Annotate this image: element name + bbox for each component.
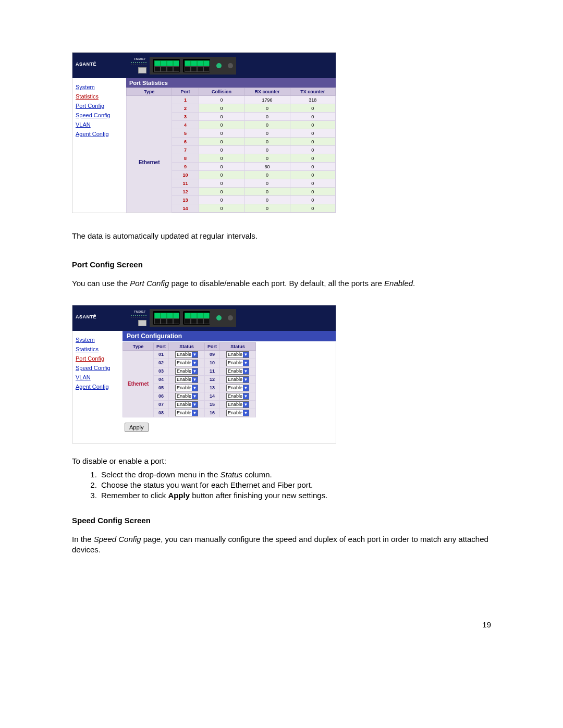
col-status: Status [169,342,205,350]
sidebar-item-vlan[interactable]: VLAN [76,373,123,382]
status-select[interactable]: Enable▼ [226,393,249,400]
brand-logo-text: ASANTÉ [76,61,96,67]
status-select[interactable]: Enable▼ [226,410,249,416]
status-cell: Enable▼ [220,409,256,417]
port-number-cell: 4 [172,121,199,129]
port-config-panel: Port Configuration Type Port Status Port… [123,331,336,443]
port-number-cell: 09 [205,350,220,359]
sidebar-item-statistics[interactable]: Statistics [76,92,126,101]
chevron-down-icon: ▼ [192,352,198,357]
switch-faceplate: ASANTÉ FM2017 [72,53,336,78]
rx-cell: 0 [244,138,290,146]
status-select[interactable]: Enable▼ [175,401,198,408]
apply-button[interactable]: Apply [125,423,149,432]
collision-cell: 0 [199,138,244,146]
port-number-cell: 13 [172,196,199,204]
chevron-down-icon: ▼ [243,368,249,374]
collision-cell: 0 [199,179,244,188]
status-cell: Enable▼ [220,375,256,384]
port-number-cell: 05 [154,384,169,392]
sidebar-item-statistics[interactable]: Statistics [76,344,123,354]
status-select[interactable]: Enable▼ [175,393,198,400]
status-select[interactable]: Enable▼ [226,351,249,358]
chevron-down-icon: ▼ [243,385,249,391]
port-statistics-screenshot: ASANTÉ FM2017 [72,52,336,213]
status-select[interactable]: Enable▼ [175,360,198,366]
collision-cell: 0 [199,163,244,171]
body-text: In the Speed Config page, you can manual… [72,534,495,556]
sidebar-item-agent-config[interactable]: Agent Config [76,129,126,139]
status-select[interactable]: Enable▼ [175,351,198,358]
sidebar-item-port-config[interactable]: Port Config [76,354,123,363]
port-number-cell: 8 [172,154,199,163]
list-item: Select the drop-down menu in the Status … [99,470,495,480]
chevron-down-icon: ▼ [192,393,198,399]
col-tx: TX counter [290,88,335,96]
status-select[interactable]: Enable▼ [226,385,249,391]
status-cell: Enable▼ [169,384,205,392]
col-port: Port [205,342,220,350]
rx-cell: 60 [244,163,290,171]
port-number-cell: 06 [154,392,169,400]
sidebar-item-speed-config[interactable]: Speed Config [76,363,123,373]
chevron-down-icon: ▼ [243,377,249,382]
sidebar-item-agent-config[interactable]: Agent Config [76,382,123,391]
chevron-down-icon: ▼ [243,352,249,357]
sidebar-item-speed-config[interactable]: Speed Config [76,110,126,120]
col-port: Port [154,342,169,350]
status-cell: Enable▼ [220,384,256,392]
document-page: ASANTÉ FM2017 [0,0,563,728]
chevron-down-icon: ▼ [192,385,198,391]
sidebar-nav: System Statistics Port Config Speed Conf… [72,331,123,443]
port-number-cell: 14 [172,204,199,213]
rx-cell: 0 [244,113,290,121]
chevron-down-icon: ▼ [192,402,198,408]
port-config-screenshot: ASANTÉ FM2017 [72,305,336,443]
port-number-cell: 5 [172,129,199,138]
status-select[interactable]: Enable▼ [175,376,198,383]
sidebar-item-port-config[interactable]: Port Config [76,101,126,110]
collision-cell: 0 [199,196,244,204]
collision-cell: 0 [199,204,244,213]
rx-cell: 0 [244,204,290,213]
port-number-cell: 7 [172,146,199,154]
port-number-cell: 11 [172,179,199,188]
status-cell: Enable▼ [220,400,256,409]
tx-cell: 0 [290,129,335,138]
tx-cell: 0 [290,154,335,163]
chevron-down-icon: ▼ [192,410,198,416]
chevron-down-icon: ▼ [243,360,249,366]
brand-logo: ASANTÉ [76,61,112,69]
sidebar-item-vlan[interactable]: VLAN [76,120,126,129]
chevron-down-icon: ▼ [192,368,198,374]
chevron-down-icon: ▼ [243,410,249,416]
tx-cell: 318 [290,96,335,104]
fiber-port-icon [228,315,233,320]
management-port-icon [138,320,146,326]
status-select[interactable]: Enable▼ [226,368,249,375]
port-number-cell: 1 [172,96,199,104]
sidebar-item-system[interactable]: System [76,335,123,344]
status-select[interactable]: Enable▼ [226,376,249,383]
port-statistics-panel: Port Statistics Type Port Collision RX c… [126,78,336,213]
status-select[interactable]: Enable▼ [175,368,198,375]
status-select[interactable]: Enable▼ [226,360,249,366]
port-number-cell: 10 [205,359,220,367]
col-type: Type [127,88,172,96]
status-select[interactable]: Enable▼ [175,410,198,416]
status-select[interactable]: Enable▼ [226,401,249,408]
status-cell: Enable▼ [220,367,256,375]
page-number: 19 [482,620,491,629]
chevron-down-icon: ▼ [192,377,198,382]
table-row: Ethernet01Enable▼09Enable▼ [123,350,256,359]
status-select[interactable]: Enable▼ [175,385,198,391]
tx-cell: 0 [290,121,335,129]
sidebar-item-system[interactable]: System [76,82,126,92]
port-number-cell: 11 [205,367,220,375]
collision-cell: 0 [199,121,244,129]
panel-title: Port Configuration [123,331,336,341]
rj45-port-panel [150,309,236,327]
tx-cell: 0 [290,179,335,188]
rx-cell: 0 [244,154,290,163]
collision-cell: 0 [199,113,244,121]
